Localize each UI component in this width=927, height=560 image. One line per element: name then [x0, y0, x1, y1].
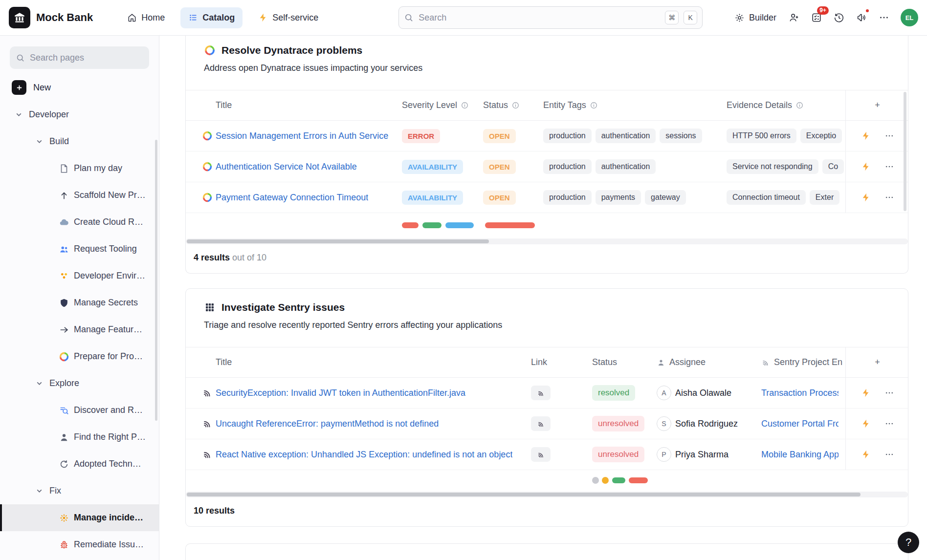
table-horizontal-scrollbar[interactable]	[186, 492, 908, 497]
new-button[interactable]: New	[0, 74, 159, 101]
card-subtitle: Triage and resolve recently reported Sen…	[204, 320, 908, 330]
run-action-button[interactable]	[860, 160, 872, 173]
invite-user-button[interactable]	[784, 8, 804, 27]
arrow-right-icon	[59, 324, 69, 335]
sidebar-item-manage-incidents[interactable]: Manage incide…	[0, 504, 159, 531]
tasks-button[interactable]: 9+	[807, 8, 826, 27]
help-button[interactable]: ?	[898, 532, 919, 553]
nav-self-service[interactable]: Self-service	[250, 7, 326, 28]
run-action-button[interactable]	[860, 129, 872, 142]
sidebar-item-manage-features[interactable]: Manage Featur…	[0, 316, 159, 343]
scrollbar-thumb[interactable]	[187, 493, 861, 496]
project-link[interactable]: Mobile Banking App	[761, 450, 839, 460]
info-icon[interactable]	[590, 102, 597, 109]
announcements-button[interactable]	[852, 8, 871, 27]
tree-group-fix[interactable]: Fix	[0, 477, 159, 504]
project-link[interactable]: Transaction Processin	[761, 388, 839, 398]
lightning-icon	[861, 131, 871, 141]
sentry-icon	[761, 358, 770, 367]
table-header: Title Link Status Assignee Sentry Projec…	[186, 347, 908, 378]
sidebar-item-developer-env[interactable]: Developer Envir…	[0, 262, 159, 289]
tree-group-build[interactable]: Build	[0, 128, 159, 155]
sidebar-search[interactable]	[10, 46, 149, 69]
card-subtitle: Address open Dynatrace issues impacting …	[204, 63, 908, 73]
lightning-icon	[861, 419, 871, 429]
chevron-down-icon	[35, 137, 44, 146]
tree-group-developer[interactable]: Developer	[0, 101, 159, 128]
global-search-input[interactable]	[419, 13, 660, 23]
top-bar: Mock Bank Home Catalog Self-service ⌘ K …	[0, 0, 927, 36]
entity-link[interactable]: Authentication Service Not Available	[216, 162, 357, 172]
col-assignee: Assignee	[657, 347, 761, 377]
more-button[interactable]	[874, 8, 894, 27]
issue-link[interactable]: Uncaught ReferenceError: paymentMethod i…	[216, 419, 439, 429]
ellipsis-icon	[884, 193, 894, 202]
row-menu-button[interactable]	[883, 387, 896, 399]
lightning-icon	[861, 193, 871, 202]
run-action-button[interactable]	[860, 387, 872, 399]
plus-icon	[12, 80, 26, 95]
evidence-chip: Service not responding	[727, 159, 818, 174]
refresh-cycle-icon	[59, 459, 69, 470]
add-column-button[interactable]: +	[869, 97, 886, 114]
sidebar-item-request-tooling[interactable]: Request Tooling	[0, 236, 159, 262]
sidebar-item-discover[interactable]: Discover and R…	[0, 397, 159, 424]
nav-home[interactable]: Home	[119, 7, 173, 28]
row-menu-button[interactable]	[883, 129, 896, 142]
global-search[interactable]: ⌘ K	[398, 6, 703, 29]
sidebar-scrollbar[interactable]	[155, 140, 157, 421]
sentry-link-button[interactable]	[531, 386, 551, 400]
summary-chip	[445, 222, 474, 228]
sidebar-item-plan-my-day[interactable]: Plan my day	[0, 155, 159, 182]
ellipsis-icon	[884, 388, 894, 398]
project-link[interactable]: Customer Portal Front	[761, 419, 839, 429]
entity-link[interactable]: Session Management Errors in Auth Servic…	[216, 131, 388, 141]
table-row: React Native exception: Unhandled JS Exc…	[186, 439, 908, 470]
entity-link[interactable]: Payment Gateway Connection Timeout	[216, 193, 368, 203]
assignee-name: Aisha Olawale	[675, 388, 731, 398]
sidebar-item-prepare-production[interactable]: Prepare for Pro…	[0, 343, 159, 370]
status-badge: unresolved	[592, 416, 644, 431]
ellipsis-icon	[879, 12, 889, 23]
dynatrace-table: Title Severity Level Status Entity Tags …	[186, 90, 908, 237]
summary-dots	[186, 470, 908, 491]
scrollbar-thumb[interactable]	[187, 239, 489, 243]
tree-group-explore[interactable]: Explore	[0, 370, 159, 397]
add-column-button[interactable]: +	[869, 354, 886, 371]
sentry-link-button[interactable]	[531, 447, 551, 462]
sentry-link-button[interactable]	[531, 416, 551, 431]
sidebar-item-adopted-tech[interactable]: Adopted Techn…	[0, 451, 159, 477]
sidebar-item-remediate-issues[interactable]: Remediate Issu…	[0, 531, 159, 558]
topbar-actions: Builder 9+ EL	[729, 8, 918, 27]
sidebar-item-create-cloud[interactable]: Create Cloud R…	[0, 209, 159, 236]
issue-link[interactable]: React Native exception: Unhandled JS Exc…	[216, 450, 512, 460]
nav-catalog[interactable]: Catalog	[180, 7, 243, 28]
sidebar-item-scaffold-new[interactable]: Scaffold New Pr…	[0, 182, 159, 209]
status-badge: OPEN	[483, 191, 516, 205]
sidebar-item-manage-secrets[interactable]: Manage Secrets	[0, 289, 159, 316]
row-menu-button[interactable]	[883, 448, 896, 461]
user-avatar[interactable]: EL	[901, 9, 918, 26]
table-vertical-scrollbar[interactable]	[904, 92, 906, 211]
builder-button[interactable]: Builder	[729, 9, 781, 27]
sidebar-search-input[interactable]	[30, 53, 143, 63]
row-menu-button[interactable]	[883, 417, 896, 430]
run-action-button[interactable]	[860, 448, 872, 461]
severity-badge: AVAILABILITY	[402, 160, 463, 174]
issue-link[interactable]: SecurityException: Invalid JWT token in …	[216, 388, 465, 398]
bank-logo-icon[interactable]	[9, 7, 30, 28]
status-badge: OPEN	[483, 160, 516, 174]
col-link: Link	[531, 347, 592, 377]
info-icon[interactable]	[796, 102, 803, 109]
info-icon[interactable]	[461, 102, 468, 109]
info-icon[interactable]	[512, 102, 519, 109]
run-action-button[interactable]	[860, 191, 872, 204]
row-menu-button[interactable]	[883, 160, 896, 173]
history-button[interactable]	[829, 8, 849, 27]
run-action-button[interactable]	[860, 417, 872, 430]
row-menu-button[interactable]	[883, 191, 896, 204]
table-horizontal-scrollbar[interactable]	[186, 238, 908, 244]
col-entity-tags: Entity Tags	[543, 90, 727, 120]
summary-chip	[602, 477, 609, 484]
sidebar-item-find-right-p[interactable]: Find the Right P…	[0, 424, 159, 451]
